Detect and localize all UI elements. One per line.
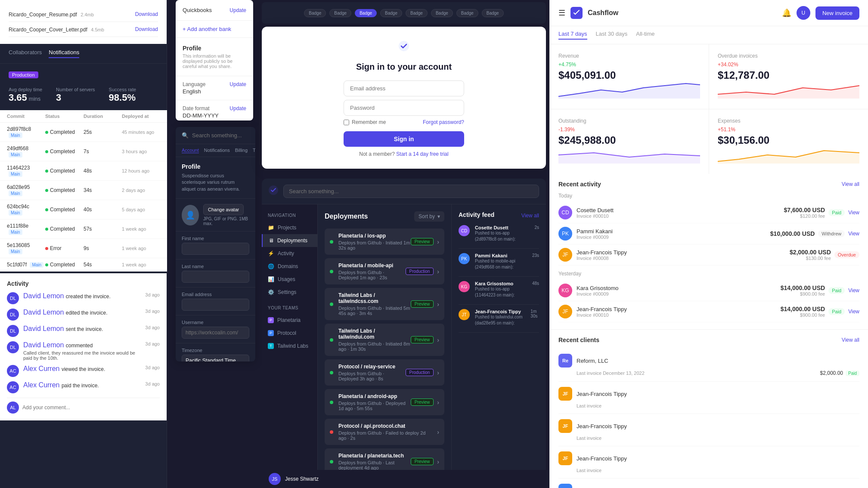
- signin-button[interactable]: Sign in: [344, 131, 464, 147]
- file-item-cover: Ricardo_Cooper_Cover_Letter.pdf 4.5mb Do…: [9, 22, 158, 37]
- deploy-badge: Preview: [411, 458, 434, 465]
- your-teams-label: Your teams: [262, 304, 317, 312]
- jesse-avatar: JS: [269, 473, 281, 485]
- change-avatar-button[interactable]: Change avatar: [203, 204, 244, 215]
- deploy-arrow-icon[interactable]: ›: [437, 268, 439, 275]
- tab-all-time[interactable]: All-time: [636, 31, 654, 40]
- deploy-badge: Preview: [411, 336, 434, 343]
- tab-notifications[interactable]: Notifications: [204, 148, 230, 153]
- first-name-input[interactable]: [182, 243, 249, 255]
- tab-last-30-days[interactable]: Last 30 days: [596, 31, 628, 40]
- team-planetaria[interactable]: P Planetaria: [262, 314, 317, 327]
- tx-avatar-kara: KG: [558, 284, 572, 297]
- chevron-down-icon: ▾: [437, 213, 440, 219]
- sidebar-item-domains[interactable]: 🌐 Domains: [262, 260, 317, 273]
- username-input[interactable]: [182, 327, 249, 339]
- date-update[interactable]: Update: [229, 105, 246, 111]
- view-all-link[interactable]: View all: [521, 213, 539, 219]
- tab-notifications[interactable]: Notifications: [49, 49, 79, 58]
- team-tailwind[interactable]: T Tailwind Labs: [262, 340, 317, 352]
- remember-checkbox[interactable]: [344, 120, 349, 125]
- tx-view-cosette[interactable]: View: [848, 210, 859, 216]
- file-name-cover: Ricardo_Cooper_Cover_Letter.pdf: [9, 27, 87, 33]
- forgot-password-link[interactable]: Forgot password?: [423, 119, 464, 125]
- tab-last-7-days[interactable]: Last 7 days: [558, 31, 587, 40]
- deploy-arrow-icon[interactable]: ›: [437, 458, 439, 465]
- comment-box[interactable]: AL: [7, 398, 160, 414]
- deploy-arrow-icon[interactable]: ›: [437, 238, 439, 245]
- new-invoice-button[interactable]: New invoice: [815, 6, 859, 20]
- bank-update[interactable]: Update: [229, 7, 246, 13]
- stats-area: Production Avg deploy time 3.65mins Numb…: [0, 64, 167, 110]
- deploy-search-input[interactable]: [283, 185, 539, 198]
- overdue-value: $12,787.00: [718, 69, 859, 81]
- recent-activity-view-all[interactable]: View all: [842, 181, 859, 187]
- sidebar-item-usages[interactable]: 📊 Usages: [262, 273, 317, 286]
- stat-deploy-time: Avg deploy time 3.65mins: [9, 87, 42, 103]
- timezone-select[interactable]: Pacific Standard Time: [182, 355, 249, 361]
- sort-control[interactable]: Sort by ▾: [414, 211, 444, 222]
- language-update[interactable]: Update: [229, 81, 246, 87]
- activity-feed-title: Activity feed: [459, 211, 494, 218]
- tx-view-pammi[interactable]: View: [848, 231, 859, 237]
- email-input[interactable]: [182, 299, 249, 311]
- jesse-bar: JS Jesse Shwartz: [262, 470, 546, 488]
- deploy-arrow-icon[interactable]: ›: [437, 337, 439, 343]
- team-protocol[interactable]: P Protocol: [262, 327, 317, 340]
- hamburger-icon[interactable]: ☰: [558, 8, 565, 18]
- deploy-main: Navigation 📁 Projects 🖥 Deployments ⚡ Ac…: [262, 204, 546, 488]
- tab-collaborators[interactable]: Collaborators: [9, 49, 42, 58]
- deploy-arrow-icon[interactable]: ›: [437, 301, 439, 308]
- last-name-input[interactable]: [182, 271, 249, 283]
- search-input[interactable]: [192, 132, 249, 139]
- cashflow-title: Cashflow: [588, 9, 618, 17]
- tab-account[interactable]: Account: [182, 148, 199, 153]
- deploy-arrow-icon[interactable]: ›: [437, 369, 439, 376]
- outstanding-value: $245,988.00: [558, 134, 700, 146]
- yesterday-label: Yesterday: [558, 271, 859, 277]
- comment-input[interactable]: [22, 405, 160, 411]
- sidebar-item-deployments[interactable]: 🖥 Deployments: [262, 234, 317, 247]
- folder-icon: 📁: [268, 225, 274, 231]
- svg-marker-1: [558, 83, 700, 99]
- team-tailwind-icon: T: [268, 343, 274, 349]
- tx-avatar-jean2: JF: [558, 305, 572, 318]
- client-list: Re Reform, LLC Last invoice December 13,…: [558, 349, 859, 488]
- feed-items: CD Cosette Dusett Pushed to ios-app (2d8…: [459, 225, 539, 333]
- download-cover[interactable]: Download: [135, 26, 158, 32]
- deploy-dot: [330, 303, 333, 306]
- recent-clients-view-all[interactable]: View all: [842, 337, 859, 343]
- recent-activity-header: Recent activity View all: [558, 181, 859, 188]
- revenue-value: $405,091.00: [558, 69, 700, 81]
- table-row: 11464223 Main Completed 48s 12 hours ago: [0, 161, 167, 181]
- recent-activity-title: Recent activity: [558, 181, 601, 188]
- tx-view-kara[interactable]: View: [848, 287, 859, 293]
- add-bank-link[interactable]: + Add another bank: [176, 21, 253, 38]
- profile-section: Profile This information will be display…: [176, 38, 253, 76]
- password-input[interactable]: [344, 100, 464, 116]
- tx-status-jean2: Paid: [828, 308, 845, 315]
- settings-panel: Quickbooks Update + Add another bank Pro…: [176, 0, 253, 120]
- deploy-table-header: Commit Status Duration Deployed at: [0, 110, 167, 123]
- sidebar-item-activity[interactable]: ⚡ Activity: [262, 247, 317, 260]
- deploy-arrow-icon[interactable]: ›: [437, 399, 439, 406]
- sidebar-item-projects[interactable]: 📁 Projects: [262, 221, 317, 234]
- tx-avatar-pammi: PK: [558, 227, 572, 241]
- badge-4: Badge: [380, 9, 402, 17]
- download-resume[interactable]: Download: [135, 11, 158, 17]
- email-input[interactable]: [344, 80, 464, 96]
- deploy-dot: [330, 270, 333, 273]
- deploy-arrow-icon[interactable]: ›: [437, 429, 439, 435]
- list-item: Tu Tuple Technology, Inc Last invoice Ja…: [558, 479, 859, 488]
- tx-view-jean2[interactable]: View: [848, 309, 859, 315]
- remember-me[interactable]: Remember me: [344, 119, 386, 125]
- tab-teams[interactable]: Teams: [253, 148, 255, 153]
- badges-area: Badge Badge Badge Badge Badge Badge Badg…: [262, 2, 546, 24]
- start-trial-link[interactable]: Start a 14 day free trial: [396, 151, 448, 157]
- sidebar-item-settings[interactable]: ⚙️ Settings: [262, 286, 317, 299]
- notification-icon[interactable]: 🔔: [782, 8, 791, 18]
- timezone-field: Timezone Pacific Standard Time: [176, 343, 255, 361]
- tab-billing[interactable]: Billing: [235, 148, 248, 153]
- deploy-dot: [330, 460, 333, 463]
- user-avatar[interactable]: U: [797, 6, 810, 20]
